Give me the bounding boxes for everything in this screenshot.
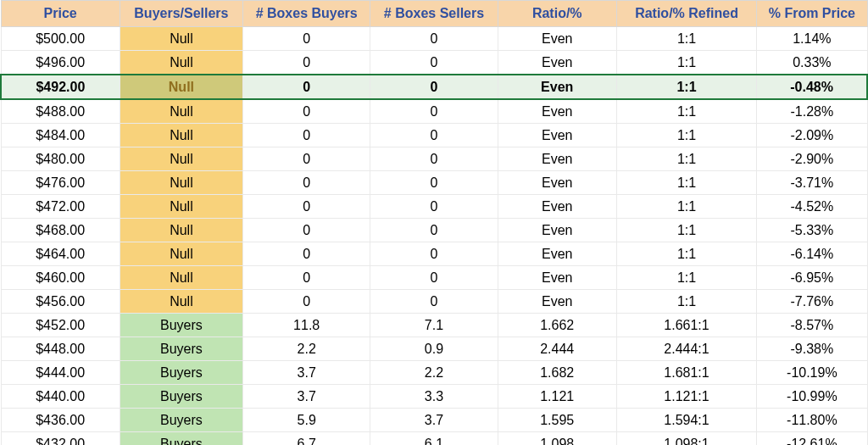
cell-buyers-sellers: Buyers bbox=[120, 337, 242, 361]
cell-ratio-refined: 1:1 bbox=[616, 75, 756, 99]
table-row: $488.00Null00Even1:1-1.28% bbox=[1, 99, 867, 124]
cell-boxes-buyers: 11.8 bbox=[243, 314, 370, 337]
cell-ratio-refined: 2.444:1 bbox=[616, 337, 756, 361]
cell-boxes-buyers: 5.9 bbox=[243, 409, 370, 432]
cell-buyers-sellers: Null bbox=[120, 290, 242, 314]
col-pct-from-price: % From Price bbox=[757, 1, 867, 27]
cell-boxes-buyers: 0 bbox=[243, 266, 370, 290]
col-ratio-refined: Ratio/% Refined bbox=[616, 1, 756, 27]
cell-pct-from-price: 1.14% bbox=[757, 27, 867, 51]
cell-price: $452.00 bbox=[1, 314, 120, 337]
cell-pct-from-price: -6.14% bbox=[757, 242, 867, 266]
cell-boxes-buyers: 6.7 bbox=[243, 432, 370, 446]
cell-ratio-refined: 1:1 bbox=[616, 290, 756, 314]
cell-ratio-refined: 1:1 bbox=[616, 195, 756, 219]
cell-boxes-buyers: 0 bbox=[243, 242, 370, 266]
table-row: $472.00Null00Even1:1-4.52% bbox=[1, 195, 867, 219]
cell-boxes-sellers: 0.9 bbox=[370, 337, 498, 361]
cell-ratio: Even bbox=[498, 75, 616, 99]
cell-ratio: 1.662 bbox=[498, 314, 616, 337]
cell-ratio: 1.098 bbox=[498, 432, 616, 446]
cell-price: $476.00 bbox=[1, 171, 120, 195]
cell-buyers-sellers: Null bbox=[120, 27, 242, 51]
cell-buyers-sellers: Buyers bbox=[120, 432, 242, 446]
cell-ratio-refined: 1:1 bbox=[616, 171, 756, 195]
cell-ratio: Even bbox=[498, 195, 616, 219]
cell-ratio-refined: 1:1 bbox=[616, 219, 756, 242]
cell-boxes-sellers: 0 bbox=[370, 27, 498, 51]
cell-price: $460.00 bbox=[1, 266, 120, 290]
col-price: Price bbox=[1, 1, 120, 27]
cell-buyers-sellers: Buyers bbox=[120, 314, 242, 337]
cell-ratio-refined: 1.661:1 bbox=[616, 314, 756, 337]
cell-ratio-refined: 1:1 bbox=[616, 147, 756, 171]
cell-ratio: 1.121 bbox=[498, 385, 616, 409]
cell-boxes-sellers: 0 bbox=[370, 171, 498, 195]
cell-ratio: Even bbox=[498, 51, 616, 75]
cell-ratio: Even bbox=[498, 219, 616, 242]
table-row: $456.00Null00Even1:1-7.76% bbox=[1, 290, 867, 314]
col-boxes-sellers: # Boxes Sellers bbox=[370, 1, 498, 27]
col-boxes-buyers: # Boxes Buyers bbox=[243, 1, 370, 27]
table-row: $448.00Buyers2.20.92.4442.444:1-9.38% bbox=[1, 337, 867, 361]
cell-buyers-sellers: Null bbox=[120, 266, 242, 290]
cell-ratio-refined: 1:1 bbox=[616, 99, 756, 124]
cell-boxes-buyers: 0 bbox=[243, 124, 370, 147]
table-row: $452.00Buyers11.87.11.6621.661:1-8.57% bbox=[1, 314, 867, 337]
cell-ratio-refined: 1:1 bbox=[616, 242, 756, 266]
cell-price: $484.00 bbox=[1, 124, 120, 147]
cell-price: $448.00 bbox=[1, 337, 120, 361]
cell-ratio-refined: 1.681:1 bbox=[616, 361, 756, 385]
cell-ratio: 1.595 bbox=[498, 409, 616, 432]
table-row: $440.00Buyers3.73.31.1211.121:1-10.99% bbox=[1, 385, 867, 409]
cell-ratio: Even bbox=[498, 99, 616, 124]
cell-price: $436.00 bbox=[1, 409, 120, 432]
cell-ratio-refined: 1:1 bbox=[616, 124, 756, 147]
table-row: $500.00Null00Even1:11.14% bbox=[1, 27, 867, 51]
cell-boxes-sellers: 6.1 bbox=[370, 432, 498, 446]
cell-ratio-refined: 1:1 bbox=[616, 27, 756, 51]
cell-ratio: 1.682 bbox=[498, 361, 616, 385]
cell-price: $464.00 bbox=[1, 242, 120, 266]
col-buyers-sellers: Buyers/Sellers bbox=[120, 1, 242, 27]
cell-ratio: Even bbox=[498, 171, 616, 195]
cell-pct-from-price: -10.19% bbox=[757, 361, 867, 385]
cell-pct-from-price: -2.09% bbox=[757, 124, 867, 147]
table-row: $468.00Null00Even1:1-5.33% bbox=[1, 219, 867, 242]
cell-pct-from-price: -3.71% bbox=[757, 171, 867, 195]
cell-ratio-refined: 1.121:1 bbox=[616, 385, 756, 409]
cell-pct-from-price: -10.99% bbox=[757, 385, 867, 409]
cell-buyers-sellers: Null bbox=[120, 242, 242, 266]
cell-price: $492.00 bbox=[1, 75, 120, 99]
cell-price: $480.00 bbox=[1, 147, 120, 171]
cell-ratio: Even bbox=[498, 124, 616, 147]
table-row: $484.00Null00Even1:1-2.09% bbox=[1, 124, 867, 147]
cell-boxes-buyers: 3.7 bbox=[243, 385, 370, 409]
cell-buyers-sellers: Null bbox=[120, 51, 242, 75]
cell-buyers-sellers: Null bbox=[120, 147, 242, 171]
cell-ratio-refined: 1.594:1 bbox=[616, 409, 756, 432]
cell-boxes-buyers: 0 bbox=[243, 27, 370, 51]
price-table: Price Buyers/Sellers # Boxes Buyers # Bo… bbox=[0, 0, 868, 445]
table-row: $460.00Null00Even1:1-6.95% bbox=[1, 266, 867, 290]
cell-boxes-sellers: 0 bbox=[370, 51, 498, 75]
cell-boxes-buyers: 0 bbox=[243, 171, 370, 195]
cell-ratio: Even bbox=[498, 147, 616, 171]
cell-pct-from-price: -8.57% bbox=[757, 314, 867, 337]
cell-pct-from-price: -1.28% bbox=[757, 99, 867, 124]
cell-pct-from-price: -0.48% bbox=[757, 75, 867, 99]
cell-ratio: Even bbox=[498, 242, 616, 266]
table-body: $500.00Null00Even1:11.14%$496.00Null00Ev… bbox=[1, 27, 867, 446]
cell-boxes-buyers: 0 bbox=[243, 219, 370, 242]
cell-boxes-sellers: 0 bbox=[370, 75, 498, 99]
cell-pct-from-price: -4.52% bbox=[757, 195, 867, 219]
cell-buyers-sellers: Null bbox=[120, 195, 242, 219]
col-ratio: Ratio/% bbox=[498, 1, 616, 27]
cell-price: $468.00 bbox=[1, 219, 120, 242]
table-row: $476.00Null00Even1:1-3.71% bbox=[1, 171, 867, 195]
cell-boxes-sellers: 0 bbox=[370, 290, 498, 314]
cell-price: $496.00 bbox=[1, 51, 120, 75]
cell-boxes-buyers: 0 bbox=[243, 147, 370, 171]
cell-boxes-sellers: 0 bbox=[370, 99, 498, 124]
cell-price: $440.00 bbox=[1, 385, 120, 409]
